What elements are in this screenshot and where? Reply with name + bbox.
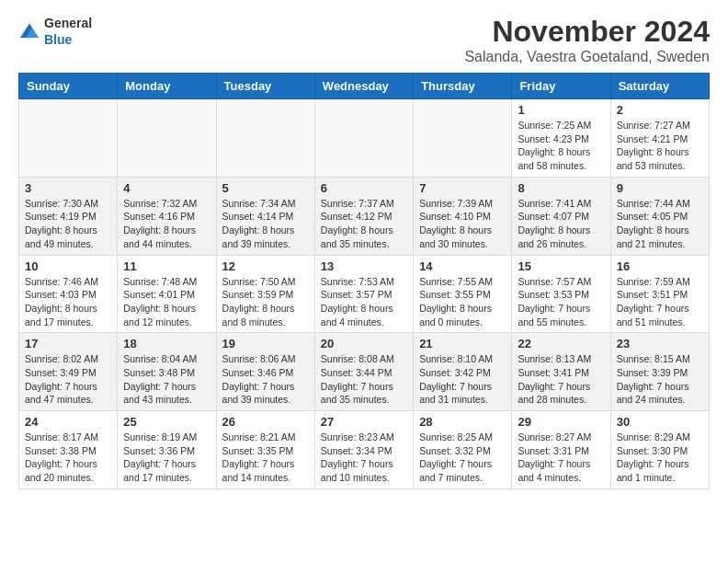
calendar-cell — [19, 99, 118, 178]
day-number: 15 — [518, 259, 604, 273]
day-number: 9 — [617, 181, 703, 195]
day-info: Sunrise: 8:27 AM Sunset: 3:31 PM Dayligh… — [518, 431, 604, 485]
day-info: Sunrise: 7:44 AM Sunset: 4:05 PM Dayligh… — [617, 197, 703, 251]
day-number: 1 — [518, 103, 604, 117]
day-number: 17 — [25, 337, 111, 350]
calendar-cell: 23Sunrise: 8:15 AM Sunset: 3:39 PM Dayli… — [610, 333, 709, 411]
day-number: 6 — [321, 181, 407, 195]
calendar-cell: 29Sunrise: 8:27 AM Sunset: 3:31 PM Dayli… — [512, 411, 610, 489]
calendar-cell — [118, 99, 216, 178]
week-row-4: 17Sunrise: 8:02 AM Sunset: 3:49 PM Dayli… — [19, 333, 710, 411]
week-row-2: 3Sunrise: 7:30 AM Sunset: 4:19 PM Daylig… — [19, 177, 710, 255]
logo-general: General — [44, 16, 92, 30]
weekday-header-wednesday: Wednesday — [314, 74, 413, 99]
day-info: Sunrise: 7:57 AM Sunset: 3:53 PM Dayligh… — [518, 275, 604, 329]
day-info: Sunrise: 8:25 AM Sunset: 3:32 PM Dayligh… — [419, 431, 506, 485]
day-number: 22 — [518, 337, 604, 350]
day-info: Sunrise: 7:32 AM Sunset: 4:16 PM Dayligh… — [123, 197, 210, 251]
calendar-cell: 7Sunrise: 7:39 AM Sunset: 4:10 PM Daylig… — [414, 177, 512, 255]
calendar-cell — [414, 99, 512, 178]
weekday-header-monday: Monday — [118, 74, 216, 99]
calendar-cell: 30Sunrise: 8:29 AM Sunset: 3:30 PM Dayli… — [610, 411, 709, 489]
day-info: Sunrise: 8:08 AM Sunset: 3:44 PM Dayligh… — [321, 352, 407, 407]
day-number: 24 — [25, 415, 111, 429]
weekday-header-thursday: Thursday — [414, 74, 512, 99]
calendar-cell: 19Sunrise: 8:06 AM Sunset: 3:46 PM Dayli… — [216, 333, 314, 411]
calendar-cell: 16Sunrise: 7:59 AM Sunset: 3:51 PM Dayli… — [610, 255, 709, 333]
day-info: Sunrise: 8:06 AM Sunset: 3:46 PM Dayligh… — [222, 352, 309, 407]
calendar-cell: 20Sunrise: 8:08 AM Sunset: 3:44 PM Dayli… — [314, 333, 413, 411]
calendar-cell: 28Sunrise: 8:25 AM Sunset: 3:32 PM Dayli… — [414, 411, 512, 489]
month-title: November 2024 — [464, 15, 710, 49]
week-row-5: 24Sunrise: 8:17 AM Sunset: 3:38 PM Dayli… — [19, 411, 710, 489]
calendar-cell: 1Sunrise: 7:25 AM Sunset: 4:23 PM Daylig… — [512, 99, 610, 178]
day-info: Sunrise: 7:25 AM Sunset: 4:23 PM Dayligh… — [518, 119, 604, 173]
day-info: Sunrise: 7:53 AM Sunset: 3:57 PM Dayligh… — [321, 275, 407, 329]
weekday-header-row: SundayMondayTuesdayWednesdayThursdayFrid… — [19, 74, 710, 99]
day-info: Sunrise: 8:10 AM Sunset: 3:42 PM Dayligh… — [419, 352, 506, 407]
day-number: 23 — [617, 337, 703, 350]
weekday-header-friday: Friday — [512, 74, 610, 99]
week-row-1: 1Sunrise: 7:25 AM Sunset: 4:23 PM Daylig… — [19, 99, 710, 178]
calendar-cell: 10Sunrise: 7:46 AM Sunset: 4:03 PM Dayli… — [19, 255, 118, 333]
calendar-cell: 5Sunrise: 7:34 AM Sunset: 4:14 PM Daylig… — [216, 177, 314, 255]
logo-icon — [18, 22, 40, 40]
day-number: 4 — [123, 181, 210, 195]
page-header: General Blue November 2024 Salanda, Vaes… — [18, 15, 710, 65]
day-number: 25 — [123, 415, 210, 429]
calendar-cell — [314, 99, 413, 178]
day-number: 12 — [222, 259, 309, 273]
day-info: Sunrise: 7:39 AM Sunset: 4:10 PM Dayligh… — [419, 197, 506, 251]
day-number: 8 — [518, 181, 604, 195]
day-info: Sunrise: 8:17 AM Sunset: 3:38 PM Dayligh… — [25, 431, 111, 485]
calendar-cell: 25Sunrise: 8:19 AM Sunset: 3:36 PM Dayli… — [118, 411, 216, 489]
calendar-cell: 18Sunrise: 8:04 AM Sunset: 3:48 PM Dayli… — [118, 333, 216, 411]
day-number: 14 — [419, 259, 506, 273]
calendar-cell: 3Sunrise: 7:30 AM Sunset: 4:19 PM Daylig… — [19, 177, 118, 255]
day-number: 20 — [321, 337, 407, 350]
day-number: 11 — [123, 259, 210, 273]
calendar-cell: 24Sunrise: 8:17 AM Sunset: 3:38 PM Dayli… — [19, 411, 118, 489]
day-number: 21 — [419, 337, 506, 350]
calendar-cell: 9Sunrise: 7:44 AM Sunset: 4:05 PM Daylig… — [610, 177, 709, 255]
weekday-header-tuesday: Tuesday — [216, 74, 314, 99]
day-number: 5 — [222, 181, 309, 195]
day-info: Sunrise: 7:48 AM Sunset: 4:01 PM Dayligh… — [123, 275, 210, 329]
calendar-cell: 22Sunrise: 8:13 AM Sunset: 3:41 PM Dayli… — [512, 333, 610, 411]
calendar-cell: 26Sunrise: 8:21 AM Sunset: 3:35 PM Dayli… — [216, 411, 314, 489]
calendar-cell: 21Sunrise: 8:10 AM Sunset: 3:42 PM Dayli… — [414, 333, 512, 411]
logo-blue: Blue — [44, 32, 72, 47]
day-number: 28 — [419, 415, 506, 429]
calendar-cell: 4Sunrise: 7:32 AM Sunset: 4:16 PM Daylig… — [118, 177, 216, 255]
calendar-cell: 11Sunrise: 7:48 AM Sunset: 4:01 PM Dayli… — [118, 255, 216, 333]
day-info: Sunrise: 7:27 AM Sunset: 4:21 PM Dayligh… — [617, 119, 703, 173]
day-number: 30 — [617, 415, 703, 429]
day-info: Sunrise: 7:37 AM Sunset: 4:12 PM Dayligh… — [321, 197, 407, 251]
title-area: November 2024 Salanda, Vaestra Goetaland… — [464, 15, 710, 65]
day-number: 3 — [25, 181, 111, 195]
calendar-cell: 12Sunrise: 7:50 AM Sunset: 3:59 PM Dayli… — [216, 255, 314, 333]
day-info: Sunrise: 7:30 AM Sunset: 4:19 PM Dayligh… — [25, 197, 111, 251]
day-info: Sunrise: 7:59 AM Sunset: 3:51 PM Dayligh… — [617, 275, 703, 329]
day-info: Sunrise: 7:50 AM Sunset: 3:59 PM Dayligh… — [222, 275, 309, 329]
day-number: 10 — [25, 259, 111, 273]
calendar-cell: 17Sunrise: 8:02 AM Sunset: 3:49 PM Dayli… — [19, 333, 118, 411]
day-info: Sunrise: 8:19 AM Sunset: 3:36 PM Dayligh… — [123, 431, 210, 485]
day-number: 29 — [518, 415, 604, 429]
day-info: Sunrise: 7:55 AM Sunset: 3:55 PM Dayligh… — [419, 275, 506, 329]
day-info: Sunrise: 7:46 AM Sunset: 4:03 PM Dayligh… — [25, 275, 111, 329]
day-info: Sunrise: 7:41 AM Sunset: 4:07 PM Dayligh… — [518, 197, 604, 251]
day-number: 16 — [617, 259, 703, 273]
day-info: Sunrise: 8:29 AM Sunset: 3:30 PM Dayligh… — [617, 431, 703, 485]
calendar-cell: 15Sunrise: 7:57 AM Sunset: 3:53 PM Dayli… — [512, 255, 610, 333]
day-number: 19 — [222, 337, 309, 350]
calendar-cell: 13Sunrise: 7:53 AM Sunset: 3:57 PM Dayli… — [314, 255, 413, 333]
calendar-cell: 6Sunrise: 7:37 AM Sunset: 4:12 PM Daylig… — [314, 177, 413, 255]
day-info: Sunrise: 8:04 AM Sunset: 3:48 PM Dayligh… — [123, 352, 210, 407]
day-info: Sunrise: 7:34 AM Sunset: 4:14 PM Dayligh… — [222, 197, 309, 251]
day-number: 13 — [321, 259, 407, 273]
calendar-cell: 14Sunrise: 7:55 AM Sunset: 3:55 PM Dayli… — [414, 255, 512, 333]
calendar-cell: 2Sunrise: 7:27 AM Sunset: 4:21 PM Daylig… — [610, 99, 709, 178]
day-number: 26 — [222, 415, 309, 429]
day-number: 27 — [321, 415, 407, 429]
